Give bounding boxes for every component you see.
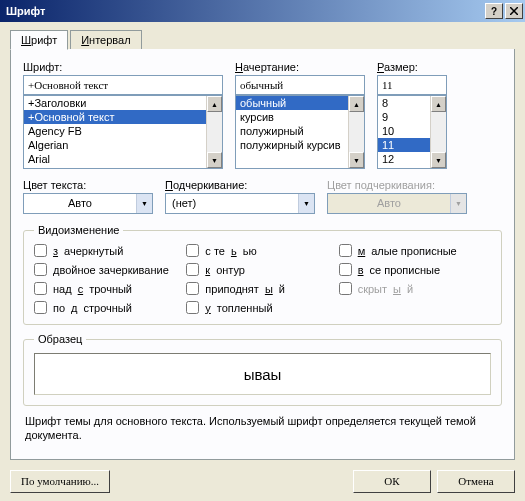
list-item[interactable]: 8: [378, 96, 430, 110]
check-allcaps[interactable]: все прописные: [339, 263, 491, 276]
scroll-up-icon[interactable]: ▲: [349, 96, 364, 112]
list-item[interactable]: обычный: [236, 96, 348, 110]
chevron-down-icon: ▼: [136, 194, 152, 213]
help-button[interactable]: ?: [485, 3, 503, 19]
tab-spacing[interactable]: Интервал: [70, 30, 141, 49]
size-input[interactable]: [377, 75, 447, 95]
scroll-down-icon[interactable]: ▼: [207, 152, 222, 168]
underline-combo[interactable]: (нет) ▼: [165, 193, 315, 214]
effects-group: Видоизменение зачеркнутый двойное зачерк…: [23, 224, 502, 325]
chevron-down-icon: ▼: [298, 194, 314, 213]
list-item[interactable]: курсив: [236, 110, 348, 124]
list-item[interactable]: 9: [378, 110, 430, 124]
close-button[interactable]: [505, 3, 523, 19]
label-size: Размер:: [377, 61, 447, 73]
list-item[interactable]: полужирный: [236, 124, 348, 138]
scroll-down-icon[interactable]: ▼: [431, 152, 446, 168]
chevron-down-icon: ▼: [450, 194, 466, 213]
font-input[interactable]: [23, 75, 223, 95]
size-listbox[interactable]: 89101112 ▲ ▼: [377, 95, 447, 169]
font-listbox[interactable]: +Заголовки+Основной текстAgency FBAlgeri…: [23, 95, 223, 169]
effects-legend: Видоизменение: [34, 224, 123, 236]
list-item[interactable]: полужирный курсив: [236, 138, 348, 152]
label-style: Начертание:: [235, 61, 365, 73]
style-input[interactable]: [235, 75, 365, 95]
list-item[interactable]: Agency FB: [24, 124, 206, 138]
list-item[interactable]: +Основной текст: [24, 110, 206, 124]
label-font: Шрифт:: [23, 61, 223, 73]
check-sub[interactable]: подстрочный: [34, 301, 186, 314]
font-list-items: +Заголовки+Основной текстAgency FBAlgeri…: [24, 96, 206, 166]
style-scrollbar[interactable]: ▲ ▼: [348, 96, 364, 168]
check-dstrike[interactable]: двойное зачеркивание: [34, 263, 186, 276]
list-item[interactable]: +Заголовки: [24, 96, 206, 110]
label-ulcolor: Цвет подчеркивания:: [327, 179, 467, 191]
hint-text: Шрифт темы для основного текста. Использ…: [25, 414, 500, 443]
color-combo[interactable]: Авто ▼: [23, 193, 153, 214]
color-value: Авто: [24, 194, 136, 213]
label-color: Цвет текста:: [23, 179, 153, 191]
style-listbox[interactable]: обычныйкурсивполужирныйполужирный курсив…: [235, 95, 365, 169]
scroll-down-icon[interactable]: ▼: [349, 152, 364, 168]
tab-panel-font: Шрифт: +Заголовки+Основной текстAgency F…: [10, 49, 515, 460]
size-scrollbar[interactable]: ▲ ▼: [430, 96, 446, 168]
window-title: Шрифт: [6, 5, 483, 17]
style-list-items: обычныйкурсивполужирныйполужирный курсив: [236, 96, 348, 152]
check-shadow[interactable]: с теьью: [186, 244, 338, 257]
list-item[interactable]: 12: [378, 152, 430, 166]
scroll-up-icon[interactable]: ▲: [431, 96, 446, 112]
check-strike[interactable]: зачеркнутый: [34, 244, 186, 257]
size-list-items: 89101112: [378, 96, 430, 166]
check-outline[interactable]: контур: [186, 263, 338, 276]
check-engrave[interactable]: утопленный: [186, 301, 338, 314]
sample-group: Образец ываы: [23, 333, 502, 406]
list-item[interactable]: Algerian: [24, 138, 206, 152]
ulcolor-combo: Авто ▼: [327, 193, 467, 214]
sample-preview: ываы: [34, 353, 491, 395]
ok-button[interactable]: ОК: [353, 470, 431, 493]
scroll-up-icon[interactable]: ▲: [207, 96, 222, 112]
check-smallcaps[interactable]: малые прописные: [339, 244, 491, 257]
dialog-buttons: По умолчанию... ОК Отмена: [0, 470, 525, 501]
list-item[interactable]: 10: [378, 124, 430, 138]
cancel-button[interactable]: Отмена: [437, 470, 515, 493]
title-bar: Шрифт ?: [0, 0, 525, 22]
underline-value: (нет): [166, 194, 298, 213]
check-emboss[interactable]: приподнятый: [186, 282, 338, 295]
tab-font[interactable]: Шрифт: [10, 30, 68, 50]
close-icon: [510, 7, 518, 15]
check-hidden[interactable]: скрытый: [339, 282, 491, 295]
check-super[interactable]: надстрочный: [34, 282, 186, 295]
font-scrollbar[interactable]: ▲ ▼: [206, 96, 222, 168]
label-underline: Подчеркивание:: [165, 179, 315, 191]
ulcolor-value: Авто: [328, 194, 450, 213]
default-button[interactable]: По умолчанию...: [10, 470, 110, 493]
list-item[interactable]: Arial: [24, 152, 206, 166]
sample-legend: Образец: [34, 333, 86, 345]
list-item[interactable]: 11: [378, 138, 430, 152]
tab-strip: Шрифт Интервал: [10, 30, 515, 50]
